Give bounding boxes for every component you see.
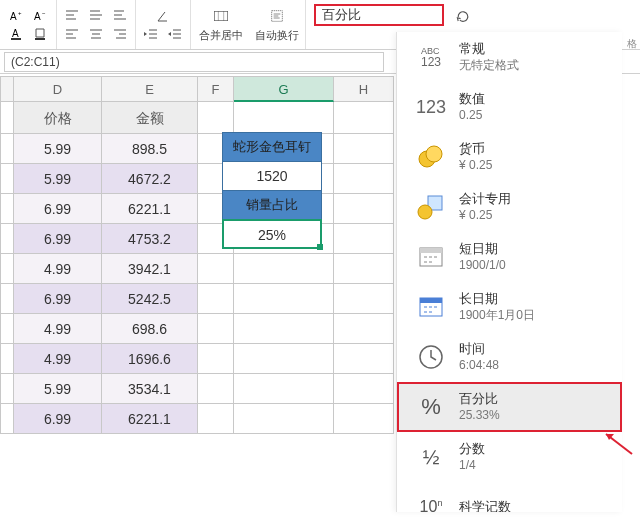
- name-box[interactable]: (C2:C11): [4, 52, 384, 72]
- cell-price[interactable]: 4.99: [14, 344, 102, 374]
- cell[interactable]: [334, 102, 394, 134]
- format-option-general[interactable]: ABC123常规无特定格式: [397, 32, 622, 82]
- format-option-currency[interactable]: 货币¥ 0.25: [397, 132, 622, 182]
- cell-amount[interactable]: 4672.2: [102, 164, 198, 194]
- cell-amount[interactable]: 6221.1: [102, 194, 198, 224]
- increase-indent-icon[interactable]: [166, 26, 184, 42]
- cell[interactable]: [334, 314, 394, 344]
- cell-price[interactable]: 6.99: [14, 194, 102, 224]
- cell[interactable]: [198, 374, 234, 404]
- cell-price[interactable]: 5.99: [14, 134, 102, 164]
- cell-amount[interactable]: 698.6: [102, 314, 198, 344]
- format-option-number[interactable]: 123数值0.25: [397, 82, 622, 132]
- column-header-g[interactable]: G: [234, 76, 334, 102]
- row-header[interactable]: [0, 164, 14, 194]
- align-bottom-icon[interactable]: [111, 8, 129, 24]
- format-option-sci[interactable]: 10n科学记数: [397, 482, 622, 512]
- row-header[interactable]: [0, 102, 14, 134]
- row-header[interactable]: [0, 254, 14, 284]
- align-center-icon[interactable]: [87, 26, 105, 42]
- header-price[interactable]: 价格: [14, 102, 102, 134]
- half-icon: ½: [415, 441, 447, 473]
- format-option-title: 长日期: [459, 291, 535, 308]
- cell-amount[interactable]: 4753.2: [102, 224, 198, 254]
- cell-price[interactable]: 6.99: [14, 404, 102, 434]
- increase-font-icon[interactable]: A+: [8, 8, 26, 24]
- cell-amount[interactable]: 5242.5: [102, 284, 198, 314]
- cell[interactable]: [234, 314, 334, 344]
- cell-price[interactable]: 5.99: [14, 374, 102, 404]
- format-option-time[interactable]: 时间6:04:48: [397, 332, 622, 382]
- cell[interactable]: [198, 344, 234, 374]
- cell[interactable]: [198, 404, 234, 434]
- align-middle-icon[interactable]: [87, 8, 105, 24]
- decrease-font-icon[interactable]: A−: [32, 8, 50, 24]
- cell[interactable]: [198, 284, 234, 314]
- repeat-icon[interactable]: [452, 6, 474, 28]
- cell[interactable]: [334, 164, 394, 194]
- cell[interactable]: [234, 374, 334, 404]
- cell[interactable]: [234, 404, 334, 434]
- clock-icon: [415, 341, 447, 373]
- align-right-icon[interactable]: [111, 26, 129, 42]
- row-header-gutter[interactable]: [0, 76, 14, 102]
- cell[interactable]: [334, 284, 394, 314]
- header-amount[interactable]: 金额: [102, 102, 198, 134]
- column-header-f[interactable]: F: [198, 76, 234, 102]
- row-header[interactable]: [0, 374, 14, 404]
- cell-amount[interactable]: 3534.1: [102, 374, 198, 404]
- cell[interactable]: [334, 254, 394, 284]
- cell[interactable]: [234, 254, 334, 284]
- cell[interactable]: [334, 344, 394, 374]
- row-header[interactable]: [0, 194, 14, 224]
- cell-price[interactable]: 4.99: [14, 254, 102, 284]
- cell[interactable]: [334, 404, 394, 434]
- column-header-e[interactable]: E: [102, 76, 198, 102]
- format-option-sample: 1900年1月0日: [459, 308, 535, 324]
- cell-price[interactable]: 4.99: [14, 314, 102, 344]
- fill-color-icon[interactable]: [32, 26, 50, 42]
- cell[interactable]: [198, 314, 234, 344]
- cell-amount[interactable]: 3942.1: [102, 254, 198, 284]
- cell-price[interactable]: 6.99: [14, 284, 102, 314]
- row-header[interactable]: [0, 404, 14, 434]
- cell[interactable]: [334, 374, 394, 404]
- format-option-percent[interactable]: %百分比25.33%: [397, 382, 622, 432]
- cell[interactable]: [198, 254, 234, 284]
- cell[interactable]: [234, 344, 334, 374]
- cell-amount[interactable]: 898.5: [102, 134, 198, 164]
- cell[interactable]: [198, 102, 234, 134]
- decrease-indent-icon[interactable]: [142, 26, 160, 42]
- row-header[interactable]: [0, 224, 14, 254]
- format-option-account[interactable]: 会计专用¥ 0.25: [397, 182, 622, 232]
- format-option-fraction[interactable]: ½分数1/4: [397, 432, 622, 482]
- cell[interactable]: [234, 102, 334, 134]
- cell-amount[interactable]: 1696.6: [102, 344, 198, 374]
- align-left-icon[interactable]: [63, 26, 81, 42]
- row-header[interactable]: [0, 134, 14, 164]
- wrap-text-button[interactable]: 自动换行: [249, 0, 306, 49]
- summary-title[interactable]: 蛇形金色耳钉: [222, 132, 322, 162]
- format-option-longdate[interactable]: 长日期1900年1月0日: [397, 282, 622, 332]
- cell[interactable]: [334, 224, 394, 254]
- font-color-icon[interactable]: A: [8, 26, 26, 42]
- merge-center-button[interactable]: 合并居中: [193, 0, 249, 49]
- column-header-h[interactable]: H: [334, 76, 394, 102]
- summary-value[interactable]: 1520: [222, 161, 322, 191]
- row-header[interactable]: [0, 284, 14, 314]
- cell[interactable]: [234, 284, 334, 314]
- cell-amount[interactable]: 6221.1: [102, 404, 198, 434]
- cell-price[interactable]: 6.99: [14, 224, 102, 254]
- orientation-icon[interactable]: [154, 8, 172, 24]
- summary-ratio-label[interactable]: 销量占比: [222, 190, 322, 220]
- format-option-shortdate[interactable]: 短日期1900/1/0: [397, 232, 622, 282]
- align-top-icon[interactable]: [63, 8, 81, 24]
- row-header[interactable]: [0, 314, 14, 344]
- column-header-d[interactable]: D: [14, 76, 102, 102]
- summary-ratio-cell[interactable]: 25%: [222, 219, 322, 249]
- cell-price[interactable]: 5.99: [14, 164, 102, 194]
- cell[interactable]: [334, 194, 394, 224]
- row-header[interactable]: [0, 344, 14, 374]
- cell[interactable]: [334, 134, 394, 164]
- format-option-sample: ¥ 0.25: [459, 208, 511, 224]
